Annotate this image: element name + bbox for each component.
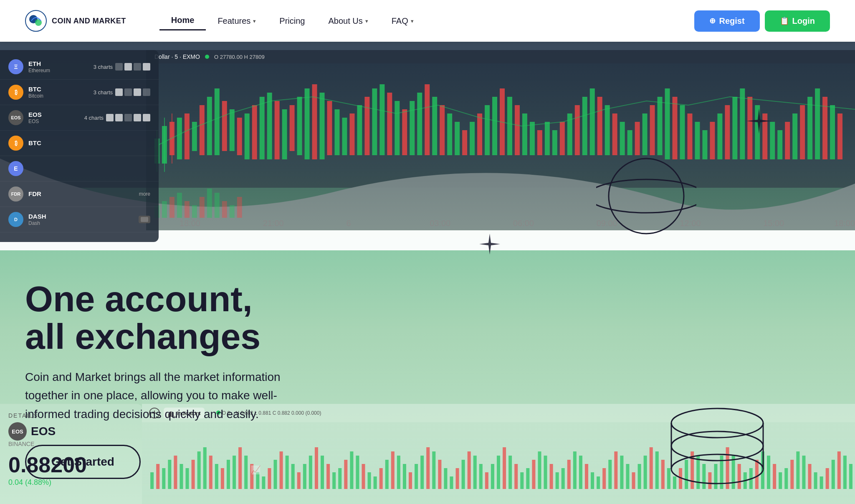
- svg-rect-190: [444, 468, 447, 489]
- register-button[interactable]: ⊕ Regist: [694, 10, 759, 32]
- svg-rect-175: [356, 456, 359, 489]
- svg-rect-252: [808, 464, 811, 489]
- svg-rect-174: [350, 451, 353, 489]
- svg-rect-192: [456, 468, 459, 489]
- svg-rect-103: [837, 113, 842, 159]
- svg-text:21:00: 21:00: [263, 219, 284, 228]
- svg-rect-48: [425, 84, 430, 155]
- nav-home[interactable]: Home: [159, 11, 206, 30]
- logo[interactable]: COIN AND MARKET: [25, 10, 126, 32]
- svg-rect-47: [417, 93, 422, 155]
- svg-rect-64: [545, 122, 550, 155]
- svg-rect-173: [344, 460, 347, 489]
- svg-rect-33: [312, 84, 317, 159]
- svg-rect-84: [695, 122, 700, 159]
- svg-rect-53: [462, 130, 467, 155]
- nav-faq[interactable]: FAQ ▾: [380, 12, 425, 30]
- svg-rect-178: [374, 476, 377, 489]
- svg-rect-77: [643, 113, 648, 155]
- chart-panel-left: Ξ ETH Ethereum 3 charts ₿ BTC Bitcoin: [0, 50, 159, 242]
- svg-rect-23: [237, 118, 242, 155]
- svg-rect-179: [379, 468, 383, 489]
- svg-rect-24: [245, 113, 250, 159]
- svg-rect-59: [507, 97, 512, 155]
- login-icon: 📋: [780, 16, 789, 25]
- svg-rect-108: [162, 201, 167, 218]
- svg-rect-236: [714, 464, 717, 489]
- svg-rect-242: [749, 468, 753, 489]
- hero-section: Ξ ETH Ethereum 3 charts ₿ BTC Bitcoin: [0, 42, 855, 504]
- svg-rect-239: [732, 456, 735, 489]
- btc-layouts: 3 charts: [94, 88, 150, 96]
- svg-rect-61: [522, 113, 527, 155]
- svg-rect-100: [815, 88, 820, 159]
- svg-rect-76: [635, 122, 640, 155]
- svg-rect-249: [790, 460, 794, 489]
- svg-rect-43: [387, 93, 392, 155]
- svg-rect-233: [696, 456, 700, 489]
- svg-text:18:00: 18:00: [834, 219, 855, 228]
- svg-rect-229: [673, 476, 676, 489]
- svg-rect-34: [320, 93, 325, 159]
- eos-symbol: EOS: [28, 111, 42, 118]
- svg-rect-93: [762, 113, 767, 159]
- e-icon: E: [8, 161, 23, 176]
- svg-rect-113: [200, 197, 205, 218]
- svg-rect-245: [767, 456, 770, 489]
- logo-icon: [25, 10, 47, 32]
- svg-rect-79: [658, 97, 663, 155]
- hero-description: Coin and Market brings all the market in…: [25, 368, 309, 424]
- svg-rect-30: [290, 105, 295, 151]
- svg-rect-206: [538, 451, 541, 489]
- svg-rect-72: [605, 105, 610, 155]
- svg-rect-117: [230, 205, 235, 218]
- svg-rect-210: [562, 468, 565, 489]
- svg-rect-204: [526, 468, 529, 489]
- svg-rect-212: [573, 451, 577, 489]
- svg-rect-18: [200, 105, 205, 155]
- dash-name: Dash: [28, 220, 46, 226]
- svg-rect-247: [779, 472, 782, 489]
- svg-rect-208: [550, 464, 553, 489]
- nav-buttons: ⊕ Regist 📋 Login: [694, 10, 830, 32]
- svg-rect-211: [567, 460, 571, 489]
- svg-rect-248: [784, 468, 788, 489]
- eos-detail-icon: EOS: [8, 422, 27, 441]
- hero-title: One account, all exchanges: [25, 280, 309, 355]
- svg-rect-228: [667, 468, 670, 489]
- svg-rect-209: [556, 472, 559, 489]
- svg-rect-19: [207, 97, 212, 155]
- about-chevron-icon: ▾: [365, 18, 368, 24]
- get-started-button[interactable]: Get Started: [25, 445, 141, 479]
- svg-rect-226: [655, 451, 659, 489]
- faq-chevron-icon: ▾: [411, 18, 414, 24]
- svg-rect-116: [222, 201, 227, 218]
- svg-rect-25: [252, 105, 257, 159]
- svg-rect-217: [602, 468, 606, 489]
- nav-about[interactable]: About Us ▾: [316, 12, 379, 30]
- btc-row: ₿ BTC Bitcoin 3 charts: [0, 80, 159, 105]
- svg-text:18:00: 18:00: [180, 219, 200, 228]
- svg-text:12:00: 12:00: [680, 219, 701, 228]
- svg-rect-22: [230, 109, 235, 151]
- nav-pricing[interactable]: Pricing: [268, 12, 316, 30]
- svg-rect-189: [438, 460, 441, 489]
- svg-rect-70: [590, 88, 595, 155]
- svg-rect-21: [222, 101, 227, 151]
- eos-icon: EOS: [8, 110, 23, 125]
- svg-rect-56: [485, 105, 490, 155]
- nav-links: Home Features ▾ Pricing About Us ▾ FAQ ▾: [159, 11, 695, 30]
- nav-features[interactable]: Features ▾: [206, 12, 268, 30]
- svg-rect-109: [169, 197, 175, 218]
- svg-rect-185: [415, 464, 418, 489]
- svg-rect-223: [638, 464, 641, 489]
- svg-rect-170: [326, 464, 330, 489]
- navbar: COIN AND MARKET Home Features ▾ Pricing …: [0, 0, 855, 42]
- login-button[interactable]: 📋 Login: [765, 10, 830, 32]
- svg-rect-259: [849, 464, 852, 489]
- chart-canvas: 18:00 21:00 6 03:00 06:00 09:00 12:00 15…: [146, 63, 855, 230]
- svg-rect-181: [391, 451, 395, 489]
- svg-rect-94: [770, 122, 775, 159]
- svg-rect-65: [552, 130, 557, 155]
- svg-rect-97: [792, 113, 797, 159]
